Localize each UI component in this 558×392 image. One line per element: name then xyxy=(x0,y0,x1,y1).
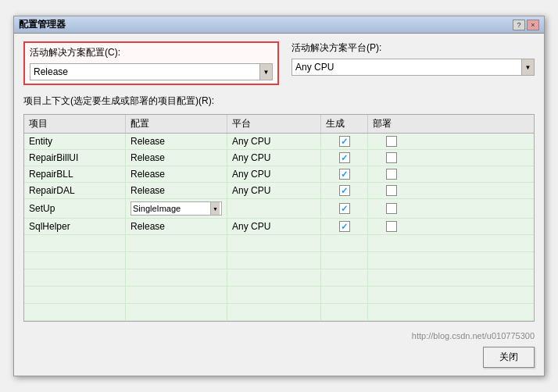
platform-cell: Any CPU xyxy=(227,150,321,166)
active-config-dropdown[interactable]: Release ▼ xyxy=(30,63,273,80)
empty-cell xyxy=(368,252,415,269)
empty-cell xyxy=(368,235,415,251)
build-cell xyxy=(321,183,368,198)
empty-cell xyxy=(126,304,227,320)
build-cell xyxy=(321,134,368,149)
empty-cell xyxy=(227,235,321,251)
empty-table-row xyxy=(24,287,534,304)
empty-cell xyxy=(24,287,126,303)
table-body: EntityReleaseAny CPURepairBillUIReleaseA… xyxy=(24,134,534,321)
empty-cell xyxy=(321,235,368,251)
empty-cell xyxy=(227,269,321,286)
config-cell: Release xyxy=(126,183,227,198)
table-header: 项目 配置 平台 生成 部署 xyxy=(24,115,534,134)
watermark: http://blog.csdn.net/u010775300 xyxy=(14,330,544,342)
project-cell: RepairDAL xyxy=(24,183,126,198)
platform-cell xyxy=(227,199,321,218)
empty-cell xyxy=(126,235,227,251)
active-config-value: Release xyxy=(34,66,259,77)
deploy-cell xyxy=(368,150,415,166)
deploy-cell xyxy=(368,199,415,218)
active-config-group: 活动解决方案配置(C): Release ▼ xyxy=(23,41,279,85)
configuration-manager-window: 配置管理器 ? × 活动解决方案配置(C): Release ▼ 活动解决方案平… xyxy=(13,16,545,376)
active-platform-value: Any CPU xyxy=(295,62,521,73)
config-cell: Release xyxy=(126,166,227,182)
deploy-cell xyxy=(368,166,415,182)
title-bar-controls: ? × xyxy=(513,20,539,30)
build-checkbox[interactable] xyxy=(339,136,350,147)
active-platform-group: 活动解决方案平台(P): Any CPU ▼ xyxy=(292,41,535,76)
active-config-dropdown-arrow[interactable]: ▼ xyxy=(259,64,272,80)
project-cell: RepairBillUI xyxy=(24,150,126,166)
config-mini-dropdown[interactable]: SingleImage▼ xyxy=(131,201,222,216)
empty-cell xyxy=(24,304,126,320)
deploy-checkbox[interactable] xyxy=(386,169,397,180)
window-close-button[interactable]: × xyxy=(527,20,539,30)
table-row: SetUpSingleImage▼ xyxy=(24,199,534,219)
title-bar: 配置管理器 ? × xyxy=(14,16,544,34)
section-label: 项目上下文(选定要生成或部署的项目配置)(R): xyxy=(23,94,535,108)
empty-cell xyxy=(227,287,321,303)
build-checkbox[interactable] xyxy=(339,185,350,196)
empty-cell xyxy=(24,269,126,286)
table-row: SqlHelperReleaseAny CPU xyxy=(24,219,534,235)
project-cell: SetUp xyxy=(24,199,126,218)
deploy-checkbox[interactable] xyxy=(386,152,397,163)
empty-cell xyxy=(368,304,415,320)
config-cell: Release xyxy=(126,150,227,166)
deploy-cell xyxy=(368,134,415,149)
project-cell: SqlHelper xyxy=(24,219,126,234)
platform-cell: Any CPU xyxy=(227,166,321,182)
build-checkbox[interactable] xyxy=(339,152,350,163)
empty-cell xyxy=(321,252,368,269)
empty-cell xyxy=(126,252,227,269)
active-config-label: 活动解决方案配置(C): xyxy=(30,46,273,59)
col-platform: 平台 xyxy=(227,115,321,133)
empty-cell xyxy=(321,287,368,303)
project-cell: Entity xyxy=(24,134,126,149)
empty-table-row xyxy=(24,252,534,269)
empty-table-row xyxy=(24,235,534,252)
build-cell xyxy=(321,219,368,234)
active-platform-dropdown-arrow[interactable]: ▼ xyxy=(521,59,534,75)
build-checkbox[interactable] xyxy=(339,203,350,214)
build-checkbox[interactable] xyxy=(339,221,350,232)
top-row: 活动解决方案配置(C): Release ▼ 活动解决方案平台(P): Any … xyxy=(23,41,535,85)
build-cell xyxy=(321,199,368,218)
table-row: RepairBillUIReleaseAny CPU xyxy=(24,150,534,166)
config-cell: Release xyxy=(126,219,227,234)
deploy-cell xyxy=(368,183,415,198)
help-button[interactable]: ? xyxy=(513,20,525,30)
close-button[interactable]: 关闭 xyxy=(483,347,535,368)
empty-table-row xyxy=(24,304,534,321)
empty-cell xyxy=(368,269,415,286)
platform-cell: Any CPU xyxy=(227,183,321,198)
deploy-checkbox[interactable] xyxy=(386,136,397,147)
empty-cell xyxy=(368,287,415,303)
empty-cell xyxy=(227,304,321,320)
active-platform-dropdown[interactable]: Any CPU ▼ xyxy=(292,59,535,76)
empty-cell xyxy=(24,235,126,251)
platform-cell: Any CPU xyxy=(227,134,321,149)
col-config: 配置 xyxy=(126,115,227,133)
footer: 关闭 xyxy=(14,342,544,376)
config-mini-dropdown-arrow[interactable]: ▼ xyxy=(210,202,220,215)
project-table: 项目 配置 平台 生成 部署 EntityReleaseAny CPURepai… xyxy=(23,114,535,322)
empty-cell xyxy=(126,287,227,303)
main-content: 活动解决方案配置(C): Release ▼ 活动解决方案平台(P): Any … xyxy=(14,34,544,330)
table-row: RepairDALReleaseAny CPU xyxy=(24,183,534,199)
build-checkbox[interactable] xyxy=(339,169,350,180)
deploy-checkbox[interactable] xyxy=(386,185,397,196)
empty-cell xyxy=(321,269,368,286)
deploy-checkbox[interactable] xyxy=(386,203,397,214)
deploy-cell xyxy=(368,219,415,234)
col-build: 生成 xyxy=(321,115,368,133)
config-cell: Release xyxy=(126,134,227,149)
platform-cell: Any CPU xyxy=(227,219,321,234)
window-title: 配置管理器 xyxy=(19,18,66,31)
empty-cell xyxy=(126,269,227,286)
col-deploy: 部署 xyxy=(368,115,415,133)
empty-cell xyxy=(227,252,321,269)
empty-cell xyxy=(24,252,126,269)
deploy-checkbox[interactable] xyxy=(386,221,397,232)
